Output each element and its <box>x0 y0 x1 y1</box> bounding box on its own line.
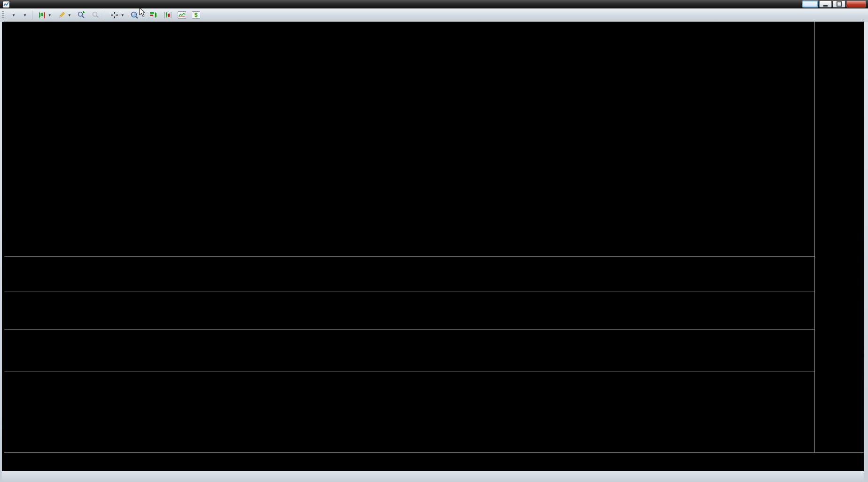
depth-ladder-icon <box>149 11 158 19</box>
panel-separator <box>4 256 864 257</box>
title-bar[interactable] <box>0 0 868 8</box>
panel-separator <box>4 329 864 330</box>
account-button[interactable]: $ <box>189 10 203 20</box>
panel-separator <box>4 371 864 372</box>
restore-button[interactable] <box>833 0 845 8</box>
toolbar-separator <box>105 11 105 19</box>
instrument-selector[interactable]: ▼ <box>7 12 18 18</box>
chevron-down-icon: ▼ <box>23 13 27 17</box>
bar-speed-panel[interactable] <box>4 256 815 292</box>
snapshot-magnifier-icon <box>130 11 139 19</box>
window-bottom-border <box>2 471 864 482</box>
svg-text:$: $ <box>194 12 197 18</box>
zoom-in-button[interactable] <box>74 10 88 20</box>
chart-window-button[interactable] <box>161 10 175 20</box>
price-panel[interactable] <box>4 22 815 256</box>
toolbar-separator <box>32 11 32 19</box>
close-button[interactable] <box>846 0 866 8</box>
zoom-out-icon <box>91 11 100 19</box>
crosshair-button[interactable]: ▼ <box>108 10 127 20</box>
zoom-in-icon <box>77 11 86 19</box>
chevron-down-icon: ▼ <box>68 13 71 17</box>
link-button[interactable] <box>802 0 818 8</box>
dollar-icon: $ <box>192 11 200 19</box>
chart-client-area <box>4 22 864 471</box>
app-chart-icon <box>3 1 9 8</box>
chevron-down-icon: ▼ <box>48 13 52 17</box>
interval-selector[interactable]: ▼ <box>18 12 30 18</box>
window-buttons <box>802 0 866 8</box>
mouse-cursor <box>139 8 147 18</box>
line-chart-icon <box>178 11 186 19</box>
chevron-down-icon: ▼ <box>12 13 16 17</box>
chevron-down-icon: ▼ <box>121 13 125 17</box>
window-right-border <box>864 22 868 482</box>
chart-style-button[interactable]: ▼ <box>35 10 55 20</box>
order-flow-canvas[interactable] <box>4 292 815 329</box>
triple-ema-panel[interactable] <box>4 371 815 452</box>
price-chart-canvas[interactable] <box>4 22 815 256</box>
time-axis[interactable] <box>4 452 864 472</box>
price-axis[interactable] <box>814 22 864 471</box>
bar-speed-canvas[interactable] <box>4 256 815 292</box>
indicators-button[interactable] <box>175 10 189 20</box>
minimize-button[interactable] <box>819 0 832 8</box>
drawing-tools-button[interactable]: ▼ <box>55 10 74 20</box>
window-left-border <box>0 22 2 482</box>
chart-window: ▼ ▼ ▼ ▼ <box>0 0 868 482</box>
economic-news-canvas[interactable] <box>4 329 815 371</box>
superdom-button[interactable] <box>147 10 161 20</box>
toolbar-grip[interactable] <box>2 11 4 19</box>
panel-separator <box>4 292 864 292</box>
restore-icon <box>837 1 842 7</box>
candlestick-icon <box>38 11 46 19</box>
order-flow-panel[interactable] <box>4 292 815 329</box>
economic-news-panel[interactable] <box>4 329 815 371</box>
crosshair-icon <box>110 11 119 19</box>
chart-candles-icon <box>164 11 172 19</box>
toolbar: ▼ ▼ ▼ ▼ <box>0 8 868 22</box>
minimize-icon <box>823 5 828 7</box>
triple-ema-canvas[interactable] <box>4 371 815 452</box>
zoom-out-button[interactable] <box>88 10 102 20</box>
pencil-icon <box>57 11 66 19</box>
